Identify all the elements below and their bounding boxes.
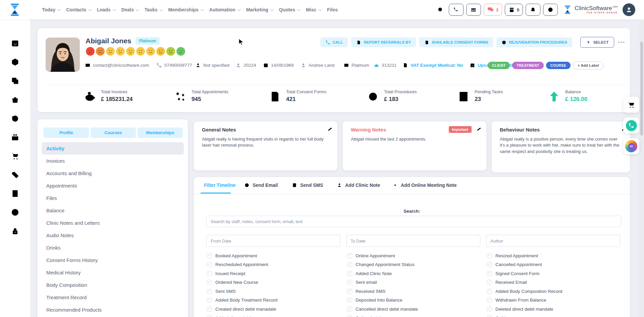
checkbox[interactable] [207,262,212,267]
nav-misc[interactable]: Misc [306,7,321,12]
detail-vat[interactable]: VAT Exempt Medical: No [402,62,463,68]
filter-created-dd-mandate[interactable]: Created direct debit manadate [207,307,277,312]
to-date-input[interactable] [346,235,480,247]
tab-add-clinic-note[interactable]: Add Clinic Note [337,182,380,188]
more-actions-button[interactable]: ••• [618,40,625,45]
mood-face-8[interactable] [156,47,165,56]
gift-icon[interactable] [10,133,20,142]
patient-photo[interactable] [46,38,80,72]
checkbox[interactable] [347,298,352,303]
filter-online-appointment[interactable]: Online Appointment [347,253,418,258]
mood-face-10[interactable] [176,47,185,56]
menu-item-consent-history[interactable]: Consent Forms History [42,254,184,266]
filter-rescheduled-appointment[interactable]: Rescheduled Appointment [207,262,277,267]
consent-forms-button[interactable]: AVAILABLE CONSENT FORMS [419,37,493,47]
mood-face-1[interactable] [86,47,95,56]
select-button[interactable]: SELECT [580,37,614,48]
floating-call-button[interactable] [623,117,639,134]
filter-added-clinic-note[interactable]: Added Clinic Note [347,271,418,276]
filter-online-activity[interactable]: Online Activity [347,315,418,317]
app-logo-icon[interactable] [7,2,22,17]
menu-item-appointments[interactable]: Appointments [42,179,184,192]
filter-deposited-into-balance[interactable]: Deposited Into Balance [347,298,418,303]
checkbox[interactable] [347,253,352,258]
cart-icon[interactable] [10,151,20,161]
filter-received-email[interactable]: Received Email [487,280,562,285]
detail-email[interactable]: contact@clinicsoftware.com [85,62,149,68]
nav-today[interactable]: Today [42,7,60,12]
filter-changed-appointment-status[interactable]: Changed Appointment Status [347,262,418,267]
filter-added-dd-payment[interactable]: Added direct debit payment [207,315,277,317]
tab-courses[interactable]: Courses [91,127,136,138]
checkbox[interactable] [347,307,352,312]
inbox-button[interactable] [466,4,481,16]
nav-deals[interactable]: Deals [121,7,138,12]
report-referrals-button[interactable]: REPORT REFERRALS BY [351,37,416,47]
checkbox[interactable] [347,280,352,285]
search-input[interactable] [206,216,621,227]
nav-memberships[interactable]: Memberships [168,7,203,12]
report-icon[interactable] [10,189,20,198]
nav-marketing[interactable]: Marketing [246,7,273,12]
edit-icon[interactable] [327,126,333,132]
user-avatar[interactable] [623,3,635,16]
mood-face-5[interactable] [126,47,135,56]
menu-item-medical-history[interactable]: Medical History [42,266,184,279]
tab-send-sms[interactable]: Send SMS [292,182,323,188]
label-client[interactable]: CLIENT [488,62,510,69]
filter-received-sms[interactable]: Received SMS [347,288,418,294]
filter-sent-email[interactable]: Sent email [347,280,418,285]
calendar-icon[interactable] [10,39,20,48]
checkbox[interactable] [487,307,492,312]
floating-cart-button[interactable] [623,97,639,113]
filter-signed-consent-form[interactable]: Signed Consent Form [487,271,562,276]
checkbox[interactable] [347,289,352,294]
menu-item-drinks[interactable]: Drinks [42,242,184,254]
checkbox[interactable] [207,289,212,294]
mood-face-9[interactable] [166,47,175,56]
checkbox[interactable] [347,316,352,317]
checkbox[interactable] [207,307,212,312]
history-icon[interactable] [10,114,20,123]
detail-phone[interactable]: 07490009777 [156,62,192,68]
menu-item-files[interactable]: Files [42,192,184,204]
filter-resized-appointment[interactable]: Resized Appointment [487,253,562,258]
tab-memberships[interactable]: Memberships [138,127,183,138]
checkbox[interactable] [487,298,492,303]
add-label-button[interactable]: + Add Label [573,61,604,69]
menu-item-audio-notes[interactable]: Audio Notes [42,229,184,242]
checkbox[interactable] [487,316,492,317]
filter-added-body-treatment-record[interactable]: Added Body Treatment Record [207,298,277,303]
checkbox[interactable] [207,271,212,276]
scrollbar-thumb[interactable] [640,42,643,136]
mood-face-3[interactable] [106,47,115,56]
floating-ai-button[interactable]: AI [623,138,639,154]
nav-tasks[interactable]: Tasks [145,7,162,12]
checkbox[interactable] [207,253,212,258]
label-course[interactable]: COURSE [546,62,571,69]
filter-ordered-new-course[interactable]: Ordered New Course [207,280,277,285]
filter-cancelled-dd-mandate[interactable]: Cancelled direct debit mandate [347,307,418,312]
filter-withdrawn-from-balance[interactable]: Withdrawn From Balance [487,298,562,303]
filter-call-log[interactable]: Call Log [487,315,562,317]
menu-item-balance[interactable]: Balance [42,204,184,217]
lock-icon[interactable] [10,226,20,236]
from-date-input[interactable] [206,235,340,247]
package-icon[interactable] [10,57,20,67]
nav-quotes[interactable]: Quotes [279,7,300,12]
nav-leads[interactable]: Leads [97,7,115,12]
help-button[interactable] [543,4,558,16]
chat-button[interactable]: 3 [484,4,502,16]
checkbox[interactable] [207,298,212,303]
bag-icon[interactable] [10,95,20,104]
checkbox[interactable] [207,316,212,317]
shop-button[interactable]: 0 [505,4,523,16]
mood-face-6[interactable] [136,47,145,56]
nav-contacts[interactable]: Contacts [66,7,91,12]
menu-item-treatment-record[interactable]: Treatment Record [42,291,184,304]
filter-booked-appointment[interactable]: Booked Appointment [207,253,277,258]
scrollbar-track[interactable] [639,19,644,317]
call-button[interactable]: CALL [320,37,348,47]
label-treatment[interactable]: TREATMENT [512,62,544,69]
rejuvenation-button[interactable]: REJUVENATION PROCEDURES [496,37,572,47]
